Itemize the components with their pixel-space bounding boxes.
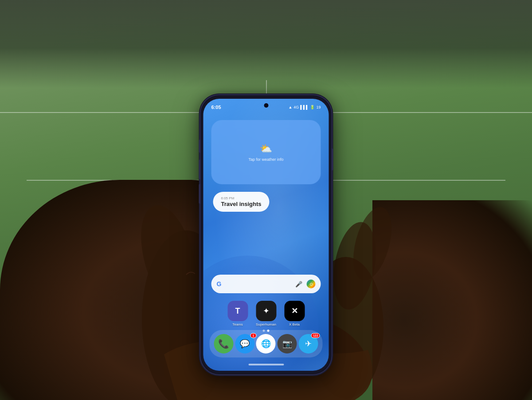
status-time: 6:05 — [211, 105, 221, 110]
microphone-icon[interactable]: 🎤 — [295, 281, 302, 287]
superhuman-logo: ✦ — [263, 306, 270, 316]
status-icons: ▲ 4G ▌▌▌ 🔋 19 — [288, 105, 321, 109]
phone-screen: 6:05 ▲ 4G ▌▌▌ 🔋 19 ⛅ Tap for weather inf… — [203, 99, 329, 371]
silent-button — [199, 184, 201, 204]
dock-chrome[interactable]: 🌐 — [256, 334, 276, 353]
xbeta-icon-bg: ✕ — [284, 301, 305, 321]
chrome-icon: 🌐 — [261, 339, 271, 349]
volume-down-button — [199, 159, 201, 179]
teams-label: Teams — [232, 322, 243, 326]
power-button — [332, 148, 333, 171]
travel-insights-time: 6:05 PM — [221, 196, 262, 200]
network-type: 4G — [293, 105, 299, 109]
app-icons-row: T Teams ✦ Superhuman ✕ X Beta — [203, 301, 329, 326]
battery-level: 19 — [316, 105, 321, 109]
weather-tap-text: Tap for weather info — [248, 157, 283, 162]
network-icon: ▲ — [288, 105, 292, 109]
phone-icon: 📞 — [218, 338, 229, 349]
google-search-bar[interactable]: G 🎤 ⊙ — [211, 275, 321, 293]
app-dock: 📞 💬 1 🌐 📷 ✈ 122 — [210, 330, 323, 357]
telegram-icon: ✈ — [305, 339, 312, 349]
telegram-badge: 122 — [311, 333, 320, 338]
phone-device: 6:05 ▲ 4G ▌▌▌ 🔋 19 ⛅ Tap for weather inf… — [201, 95, 332, 374]
dock-camera[interactable]: 📷 — [278, 334, 297, 353]
camera-notch — [264, 103, 268, 108]
lens-symbol: ⊙ — [309, 282, 313, 287]
xbeta-logo: ✕ — [291, 306, 298, 316]
teams-logo: T — [235, 307, 240, 316]
dock-messages[interactable]: 💬 1 — [235, 334, 254, 353]
dock-telegram[interactable]: ✈ 122 — [299, 334, 318, 353]
travel-insights-label: Travel insights — [221, 201, 262, 207]
superhuman-label: Superhuman — [256, 322, 276, 326]
volume-up-button — [199, 140, 201, 153]
messages-badge: 1 — [250, 333, 256, 338]
hand-right — [372, 200, 532, 400]
google-logo: G — [217, 280, 222, 287]
xbeta-label: X Beta — [289, 322, 300, 326]
app-icon-teams[interactable]: T Teams — [227, 301, 248, 326]
camera-icon: 📷 — [282, 339, 292, 349]
app-icon-xbeta[interactable]: ✕ X Beta — [284, 301, 305, 326]
superhuman-icon-bg: ✦ — [256, 301, 276, 321]
messages-icon: 💬 — [240, 339, 250, 349]
dock-phone[interactable]: 📞 — [214, 334, 233, 353]
signal-icon: ▌▌▌ — [300, 105, 309, 109]
battery-icon: 🔋 — [310, 105, 315, 109]
weather-icon: ⛅ — [260, 143, 272, 155]
app-icon-superhuman[interactable]: ✦ Superhuman — [256, 301, 276, 326]
home-bar[interactable] — [248, 364, 284, 365]
teams-icon-bg: T — [227, 301, 248, 321]
weather-widget[interactable]: ⛅ Tap for weather info — [211, 120, 321, 184]
google-lens-icon[interactable]: ⊙ — [307, 280, 316, 288]
travel-insights-widget[interactable]: 6:05 PM Travel insights — [213, 192, 270, 212]
